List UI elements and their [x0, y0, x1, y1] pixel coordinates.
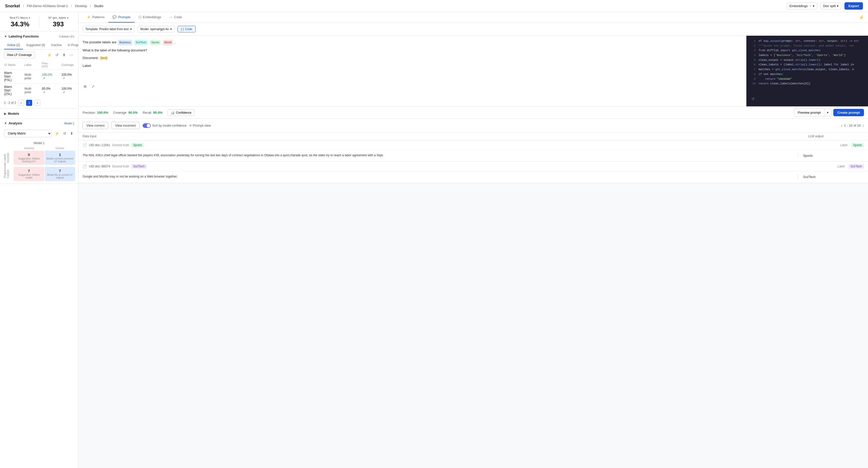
precision-label: Precision 100.0%	[83, 111, 108, 114]
more-icon-button[interactable]: ⋯	[69, 53, 74, 58]
results-prev-button[interactable]: ‹	[841, 124, 842, 128]
create-prompt-button[interactable]: Create prompt	[833, 109, 864, 116]
col-lf-name: LF Name	[0, 60, 21, 70]
cell-0-1-value: 1	[46, 153, 74, 157]
sort-confidence-toggle[interactable]: Sort by model confidence	[143, 123, 186, 128]
lf-row-0-label: Multi-polar	[21, 70, 38, 83]
code-line-10: 10 return clean_labels[matches[0]]	[750, 81, 864, 86]
dev-split-arrow: ▾	[837, 4, 839, 8]
cell-0-1: 1 Model corrects incorrect LF outputs	[45, 151, 75, 165]
best-f1-dropdown-icon[interactable]: ▾	[29, 16, 30, 19]
sf-gen-dropdown-icon[interactable]: ▾	[67, 16, 68, 19]
confidence-chart-icon: 📊	[171, 111, 175, 114]
col-llm-output: LLM output	[808, 134, 864, 138]
view-coverage-button[interactable]: View LF Coverage	[4, 52, 35, 58]
tab-code[interactable]: → Code	[165, 12, 186, 23]
patterns-icon: ⚡	[87, 15, 91, 19]
doc-icon-1: 📄	[83, 164, 87, 168]
lf-row-1-cov-extlink[interactable]: ↗	[63, 91, 65, 94]
lf-tabs: Active (2) Suggested (8) Inactive In Pro…	[0, 41, 78, 49]
preview-prompt-arrow-button[interactable]: ▾	[825, 109, 831, 116]
analysis-select[interactable]: Clarity Matrix	[4, 130, 52, 137]
cell-0-0: 0 Suggestion: Refine existing LFs	[14, 151, 44, 165]
result-row-1-inner: Google and Mozilla may or not be working…	[83, 174, 864, 179]
page-next-button[interactable]: ›	[34, 100, 40, 106]
tab-embeddings[interactable]: ⬡ Embeddings	[134, 12, 165, 23]
analysis-filter-icon[interactable]: ⚡	[54, 131, 60, 136]
code-button[interactable]: { } Code	[178, 26, 195, 32]
analysis-refresh-icon[interactable]: ↺	[62, 131, 67, 136]
model-label: Model	[141, 27, 149, 31]
code-line-8: 8 if not matches:	[750, 72, 864, 77]
row-label-correct: Correct	[7, 170, 14, 178]
prompt-view-button[interactable]: ≡ Prompt view	[189, 124, 211, 127]
lf-tab-active[interactable]: Active (2)	[4, 41, 23, 49]
page-prev-button[interactable]: ‹	[18, 100, 24, 106]
filter-icon[interactable]: ⚡	[859, 15, 864, 20]
model-label: Model 1	[3, 141, 75, 145]
prompt-line-3: Document: {text}	[83, 56, 742, 61]
code-line-2: 2 """Given the prompt, field context, an…	[750, 43, 864, 48]
lf-tab-inactive[interactable]: Inactive	[48, 41, 65, 49]
cell-1-1: 7 Model fits to correct LF outputs	[45, 167, 75, 181]
table-icon-button[interactable]: ⊞	[83, 84, 88, 89]
sf-gen-value: 393	[43, 20, 73, 28]
breadcrumb-develop[interactable]: Develop	[75, 4, 87, 8]
template-select[interactable]: Template Predict label from text ▾	[83, 26, 134, 32]
template-label: Template	[85, 27, 98, 31]
analysis-export-icon[interactable]: ⬆	[69, 131, 74, 136]
result-row-0-header: 📄 UID doc::11541 Ground truth Sports Lab…	[79, 140, 868, 150]
cell-0-0-suggestion: Suggestion: Refine existing LFs	[15, 157, 43, 163]
refresh-icon-button[interactable]: ↺	[55, 53, 60, 58]
labeling-functions-header[interactable]: ▼ Labeling Functions 2 Active LFs	[0, 31, 78, 41]
tab-patterns[interactable]: ⚡ Patterns	[83, 12, 108, 23]
result-row-0: 📄 UID doc::11541 Ground truth Sports Lab…	[79, 140, 868, 162]
toggle-switch-ui[interactable]	[143, 123, 151, 128]
code-line-3: 3 from difflib import get_close_matches	[750, 48, 864, 53]
gt-badge-0: Sports	[131, 143, 144, 147]
confidence-button[interactable]: 📊 Confidence	[167, 109, 194, 116]
expand-icon-button[interactable]: ⤢	[91, 84, 96, 89]
lf-row-0-cov-extlink[interactable]: ↗	[63, 77, 65, 80]
gt-badge-1: Sci/Tech	[131, 164, 147, 169]
models-header[interactable]: ▶ Models	[0, 109, 78, 119]
refresh-code-button[interactable]: ↺	[750, 96, 755, 101]
sf-gen-metric: SF gen. labels ▾ 393	[43, 16, 73, 28]
lf-tab-inprogress[interactable]: In Progress (0)	[65, 41, 79, 49]
metrics-row: Best F1 Macro ▾ 34.3% SF gen. labels ▾ 3…	[0, 12, 78, 31]
view-incorrect-button[interactable]: View incorrect	[111, 122, 140, 129]
result-row-0-text: The NHL #39;s chief legal officer blaste…	[83, 153, 793, 158]
filter-icon-button[interactable]: ⚡	[46, 53, 53, 58]
lf-row-1-label: Multi-polar	[21, 83, 38, 98]
lf-toolbar-icons: ⚡ ↺ ⬆ ⋯	[46, 53, 74, 58]
analysis-title[interactable]: ▼ Analysis	[4, 121, 22, 125]
model-select[interactable]: Model openai/gpt-4o ▾	[137, 26, 175, 32]
results-next-button[interactable]: ›	[863, 124, 864, 128]
export-button[interactable]: Export	[844, 2, 863, 10]
lf-pagination-text: 1 - 2 of 2	[4, 101, 16, 105]
result-row-1-content: Google and Mozilla may or not be working…	[79, 171, 868, 183]
tab-prompts[interactable]: 💬 Prompts	[108, 12, 134, 23]
view-correct-button[interactable]: View correct	[83, 122, 108, 129]
label-business: Business	[118, 40, 132, 45]
embeddings-dropdown[interactable]: Embeddings ✦ ▾	[787, 3, 817, 9]
lf-tab-suggested[interactable]: Suggested (8)	[23, 41, 48, 49]
prompt-action-buttons: Preview prompt ▾ Create prompt	[794, 109, 864, 116]
breadcrumb-studio[interactable]: Studio	[94, 4, 103, 8]
analysis-header: ▼ Analysis Model 1	[0, 119, 78, 128]
page-1-button[interactable]: 1	[26, 100, 32, 106]
breadcrumb-project[interactable]: FM-Demo-AGNews-Small-1	[27, 4, 68, 8]
matrix-body: Incorrect 0 Suggestion: Refine existing …	[7, 150, 75, 181]
cell-1-0: 7 Suggestion: Refine model	[14, 167, 44, 181]
results-toolbar: View correct View incorrect Sort by mode…	[79, 119, 868, 132]
prompt-text-area[interactable]: The possible labels are Business Sci/Tec…	[79, 36, 746, 106]
export-icon-button[interactable]: ⬆	[62, 53, 67, 58]
col-data-input: Data input	[83, 134, 808, 138]
preview-prompt-button[interactable]: Preview prompt	[794, 109, 825, 116]
lf-row-0-name: Warm Start (FSL)	[0, 70, 21, 83]
labeling-functions-title: ▼ Labeling Functions	[4, 34, 39, 38]
prompt-editor-icons: ⊞ ⤢	[83, 84, 742, 89]
lf-row-0-extlink[interactable]: ↗	[43, 77, 45, 80]
lf-row-1-extlink[interactable]: ↗	[43, 91, 45, 94]
dev-split-button[interactable]: Dev split ▾	[820, 3, 841, 9]
